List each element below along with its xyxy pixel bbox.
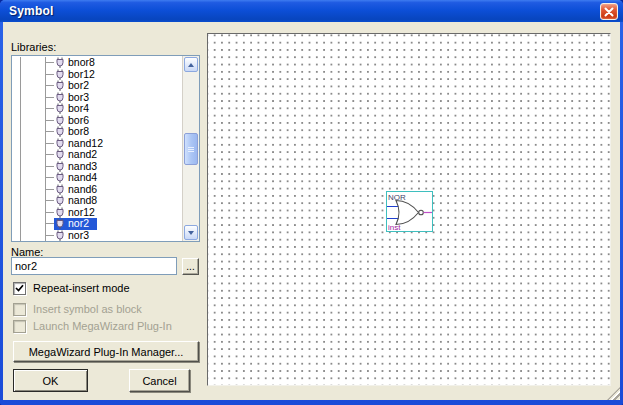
list-item[interactable]: nor3 [12, 230, 182, 242]
tree-connector [12, 115, 54, 127]
input-pins [387, 207, 399, 219]
list-item[interactable]: nand8 [12, 195, 182, 207]
tree-connector [12, 172, 54, 184]
symbol-icon [55, 207, 65, 218]
tree-connector [12, 57, 54, 69]
symbol-icon [55, 103, 65, 114]
list-item[interactable]: bor6 [12, 115, 182, 127]
symbol-icon [55, 218, 65, 229]
browse-button[interactable]: ... [182, 258, 199, 275]
ok-button[interactable]: OK [13, 369, 88, 392]
tree-connector [12, 218, 54, 230]
list-item[interactable]: bor12 [12, 69, 182, 81]
close-icon [604, 7, 614, 17]
megawizard-plugin-manager-button[interactable]: MegaWizard Plug-In Manager... [13, 341, 199, 362]
tree-connector [12, 126, 54, 138]
symbol-icon [55, 138, 65, 149]
symbol-icon [55, 195, 65, 206]
tree-scrollbar[interactable] [182, 56, 199, 241]
symbol-icon [55, 57, 65, 68]
arrow-down-icon [188, 231, 194, 235]
checkbox-launch-megawizard[interactable]: Launch MegaWizard Plug-In [13, 319, 172, 333]
symbol-icon [55, 69, 65, 80]
scroll-down-button[interactable] [184, 225, 198, 240]
window-title: Symbol [9, 4, 54, 18]
dialog-body: Libraries: bnor8bor12bor2bor3bor4bor6bor… [3, 22, 620, 400]
tree-connector [12, 69, 54, 81]
checkbox-box[interactable] [13, 282, 26, 295]
libraries-label: Libraries: [11, 41, 56, 53]
check-icon [15, 284, 24, 293]
checkbox-label: Repeat-insert mode [33, 282, 130, 295]
checkbox-label: Insert symbol as block [33, 303, 142, 316]
list-item[interactable]: bnor8 [12, 57, 182, 69]
list-item[interactable]: bor4 [12, 103, 182, 115]
tree-connector [12, 207, 54, 219]
tree-connector [12, 138, 54, 150]
libraries-tree[interactable]: bnor8bor12bor2bor3bor4bor6bor8nand12nand… [11, 55, 200, 242]
symbol-icon [55, 230, 65, 241]
nor-gate-drawing: NOR inst [387, 192, 432, 231]
list-item[interactable]: nor12 [12, 207, 182, 219]
list-item-label: nor3 [68, 229, 89, 241]
symbol-preview-canvas[interactable]: NOR inst [207, 33, 611, 386]
tree-connector [12, 184, 54, 196]
tree-connector [12, 80, 54, 92]
checkbox-label: Launch MegaWizard Plug-In [33, 320, 172, 333]
symbol-icon [55, 172, 65, 183]
scroll-up-button[interactable] [184, 57, 198, 72]
tree-rows: bnor8bor12bor2bor3bor4bor6bor8nand12nand… [12, 57, 182, 241]
checkbox-box[interactable] [13, 320, 26, 333]
close-button[interactable] [600, 3, 618, 20]
arrow-up-icon [188, 63, 194, 67]
tree-connector [12, 149, 54, 161]
symbol-icon [55, 80, 65, 91]
list-item[interactable]: bor2 [12, 80, 182, 92]
symbol-icon [55, 184, 65, 195]
tree-connector [12, 230, 54, 242]
cancel-button[interactable]: Cancel [129, 369, 190, 392]
symbol-dialog: Symbol Libraries: bnor8bor12bor2bor3bor4… [0, 0, 623, 405]
symbol-icon [55, 115, 65, 126]
or-gate-body [396, 201, 419, 225]
tree-connector [12, 103, 54, 115]
scrollbar-thumb[interactable] [184, 133, 198, 165]
tree-connector [12, 92, 54, 104]
inverter-bubble [419, 210, 424, 215]
symbol-icon [55, 126, 65, 137]
checkbox-insert-symbol-as-block[interactable]: Insert symbol as block [13, 302, 142, 316]
list-item[interactable]: bor3 [12, 92, 182, 104]
resize-grip[interactable] [607, 387, 620, 400]
symbol-icon [55, 161, 65, 172]
name-input[interactable] [11, 257, 177, 275]
nor2-symbol[interactable]: NOR inst [386, 191, 433, 232]
list-item-selectable[interactable]: nor3 [54, 230, 97, 242]
symbol-icon [55, 149, 65, 160]
checkbox-repeat-insert-mode[interactable]: Repeat-insert mode [13, 281, 130, 295]
tree-connector [12, 195, 54, 207]
list-item[interactable]: nor2 [12, 218, 182, 230]
checkbox-box[interactable] [13, 303, 26, 316]
symbol-icon [55, 92, 65, 103]
title-bar[interactable]: Symbol [0, 0, 623, 22]
tree-connector [12, 161, 54, 173]
instance-name-text: inst [388, 223, 401, 231]
